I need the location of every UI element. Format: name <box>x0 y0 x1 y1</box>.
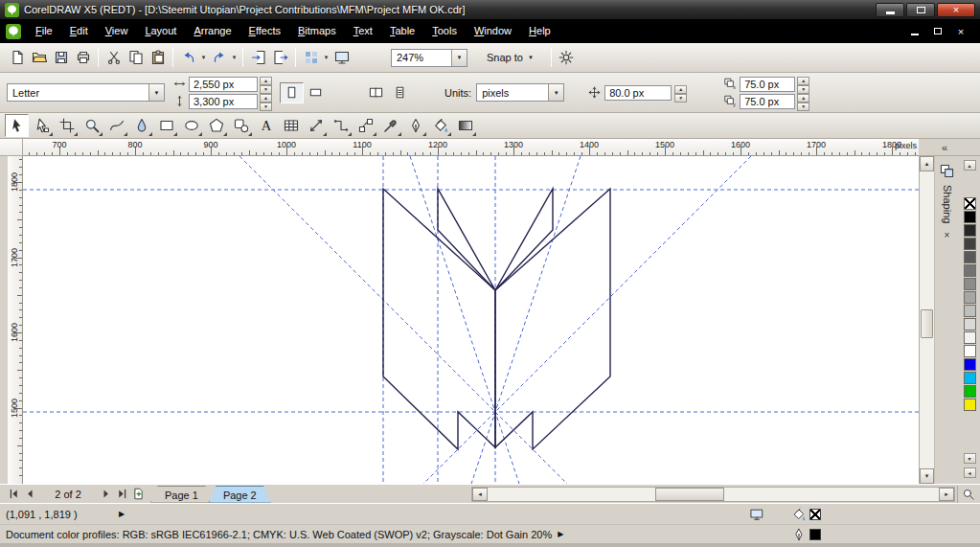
connector-tool[interactable] <box>329 114 353 137</box>
menu-view[interactable]: View <box>97 19 137 43</box>
text-tool[interactable]: A <box>254 114 278 137</box>
flyout-triangle-icon[interactable] <box>398 132 401 136</box>
paste-button[interactable] <box>147 47 169 69</box>
guideline[interactable] <box>239 156 567 484</box>
flyout-triangle-icon[interactable] <box>124 132 127 136</box>
flyout-triangle-icon[interactable] <box>248 132 252 136</box>
flyout-triangle-icon[interactable] <box>49 132 53 136</box>
dimension-tool[interactable] <box>304 114 328 137</box>
all-pages-button[interactable] <box>364 82 388 103</box>
paper-type-dropdown-button[interactable]: ▼ <box>148 84 164 101</box>
guideline[interactable] <box>471 156 581 484</box>
flyout-triangle-icon[interactable] <box>348 132 352 136</box>
zoom-dropdown-button[interactable]: ▼ <box>451 50 467 66</box>
flyout-triangle-icon[interactable] <box>373 132 376 136</box>
vertical-ruler[interactable]: 1800170016001500 <box>8 156 23 484</box>
document-restore-button[interactable] <box>930 25 946 38</box>
flyout-triangle-icon[interactable] <box>323 132 327 136</box>
crop-tool[interactable] <box>55 114 79 137</box>
flyout-triangle-icon[interactable] <box>99 132 103 136</box>
window-close-button[interactable]: × <box>937 3 975 17</box>
menu-tools[interactable]: Tools <box>423 19 466 43</box>
portrait-button[interactable] <box>280 82 304 103</box>
scroll-down-icon[interactable]: ▾ <box>920 468 934 484</box>
paper-height-spinner[interactable]: ▲▼ <box>260 94 272 109</box>
guideline[interactable] <box>423 156 751 484</box>
save-button[interactable] <box>50 47 72 69</box>
outline-pen-tool[interactable] <box>403 114 427 137</box>
ruler-origin[interactable] <box>0 139 23 156</box>
zoom-level-combobox[interactable]: 247% ▼ <box>391 49 467 67</box>
flyout-triangle-icon[interactable] <box>422 132 426 136</box>
copy-button[interactable] <box>125 47 147 69</box>
undo-button-flyout-icon[interactable]: ▾ <box>199 54 208 61</box>
logo-path[interactable] <box>383 189 495 449</box>
export-button[interactable] <box>269 47 291 69</box>
palette-flyout-icon[interactable]: ◂ <box>964 467 976 478</box>
flyout-triangle-icon[interactable] <box>173 132 177 136</box>
docker-tab-shaping[interactable]: Shaping <box>942 185 953 223</box>
color-swatch-404040[interactable] <box>964 238 976 250</box>
status-expand-icon[interactable]: ▶ <box>119 510 125 518</box>
color-swatch-595959[interactable] <box>964 251 976 263</box>
open-button[interactable] <box>28 47 50 69</box>
print-button[interactable] <box>72 47 94 69</box>
application-launcher-button[interactable] <box>300 47 322 69</box>
cut-button[interactable] <box>103 47 125 69</box>
color-none-swatch[interactable] <box>964 197 976 210</box>
scroll-up-icon[interactable]: ▴ <box>920 156 934 171</box>
flyout-triangle-icon[interactable] <box>198 132 202 136</box>
outline-color-swatch[interactable] <box>809 529 821 540</box>
fill-tool[interactable] <box>428 114 452 137</box>
rectangle-tool[interactable] <box>154 114 178 137</box>
color-eyedropper-tool[interactable] <box>378 114 402 137</box>
duplicate-x-input[interactable]: 75.0 px <box>740 77 795 92</box>
flyout-triangle-icon[interactable] <box>223 132 227 136</box>
smart-fill-tool[interactable] <box>129 114 153 137</box>
scroll-right-icon[interactable]: ▸ <box>939 488 954 501</box>
zoom-tool[interactable] <box>80 114 103 137</box>
page-tab-page-2[interactable]: Page 2 <box>209 486 271 503</box>
add-page-icon[interactable] <box>130 486 147 502</box>
nudge-offset-input[interactable]: 80.0 px <box>604 85 672 101</box>
menu-bitmaps[interactable]: Bitmaps <box>289 19 345 43</box>
paper-width-input[interactable]: 2,550 px <box>189 77 258 92</box>
window-maximize-button[interactable] <box>906 3 935 17</box>
undo-button[interactable] <box>177 47 199 69</box>
interactive-fill-tool[interactable] <box>453 114 477 137</box>
flyout-triangle-icon[interactable] <box>472 132 476 136</box>
docker-close-icon[interactable]: × <box>945 230 950 240</box>
logo-path[interactable] <box>438 189 495 290</box>
color-swatch-262626[interactable] <box>964 224 976 237</box>
vertical-scroll-thumb[interactable] <box>921 309 933 338</box>
menu-effects[interactable]: Effects <box>240 19 289 43</box>
window-minimize-button[interactable] <box>876 3 904 17</box>
nudge-spinner[interactable]: ▲▼ <box>674 85 687 101</box>
ellipse-tool[interactable] <box>179 114 203 137</box>
color-swatch-000000[interactable] <box>964 211 976 223</box>
import-button[interactable] <box>247 47 269 69</box>
scroll-left-icon[interactable]: ◂ <box>472 488 488 501</box>
collapse-dockers-icon[interactable]: « <box>942 142 947 153</box>
menu-edit[interactable]: Edit <box>61 19 97 43</box>
table-tool[interactable] <box>279 114 303 137</box>
duplicate-y-spinner[interactable]: ▲▼ <box>797 94 809 109</box>
palette-scroll-down-icon[interactable]: ▾ <box>964 453 976 464</box>
welcome-screen-button[interactable] <box>330 47 353 69</box>
pick-tool[interactable] <box>5 114 29 137</box>
freehand-tool[interactable] <box>104 114 128 137</box>
menu-help[interactable]: Help <box>520 19 559 43</box>
horizontal-scroll-thumb[interactable] <box>655 488 724 501</box>
color-swatch-a6a6a6[interactable] <box>964 291 976 304</box>
profiles-expand-icon[interactable]: ▶ <box>558 530 563 538</box>
color-swatch-737373[interactable] <box>964 264 976 277</box>
color-swatch-d9d9d9[interactable] <box>964 318 976 330</box>
polygon-tool[interactable] <box>204 114 228 137</box>
duplicate-x-spinner[interactable]: ▲▼ <box>797 77 809 92</box>
redo-button-flyout-icon[interactable]: ▾ <box>230 54 239 61</box>
menu-arrange[interactable]: Arrange <box>185 19 239 43</box>
current-page-button[interactable] <box>388 82 412 103</box>
page-tab-page-1[interactable]: Page 1 <box>150 486 213 503</box>
shaping-docker-icon[interactable] <box>940 164 954 178</box>
color-swatch-00b7ee[interactable] <box>964 372 976 384</box>
